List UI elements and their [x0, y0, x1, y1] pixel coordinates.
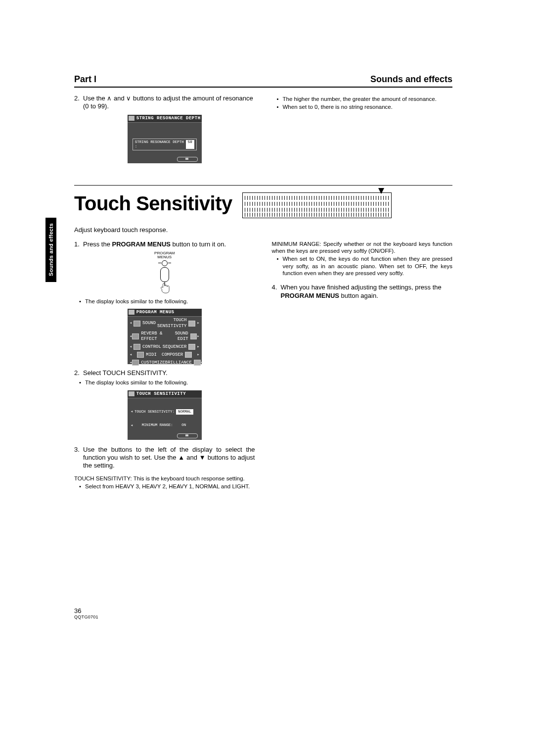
screen-title-icon [129, 391, 134, 396]
step-number: 2. [74, 369, 81, 377]
chevron-right-icon: ▸ [201, 360, 203, 366]
step-number: 3. [74, 446, 81, 470]
screen-title-text: STRING RESONANCE DEPTH [136, 116, 201, 121]
bold: PROGRAM MENUS [281, 292, 339, 299]
menu-left: CUSTOMIZE [132, 360, 165, 366]
note-text: When set to 0, there is no string resona… [283, 103, 393, 110]
resonance-columns: 2. Use the ∧ and ∨ buttons to adjust the… [74, 94, 452, 168]
bullet-dot: • [79, 298, 82, 305]
touch-columns: 1. Press the PROGRAM MENUS button to tur… [74, 240, 452, 491]
note-text: The display looks similar to the followi… [85, 379, 188, 386]
touch-row-2: ◂ MINIMUM RANGE: ON [131, 423, 199, 428]
chevron-right-icon: ▸ [197, 321, 199, 326]
bullet-dot: • [79, 379, 82, 386]
panel-row [245, 208, 389, 212]
menu-item-icon [188, 321, 195, 327]
t: button to turn it on. [171, 240, 226, 248]
program-menus-button-illustration: PROGRAM MENUS [145, 251, 184, 294]
step-text: Use the buttons to the left of the displ… [83, 446, 255, 470]
slider-icon [177, 433, 198, 438]
side-tab: Sounds and effects [45, 218, 56, 282]
menu-row: ◂ REVERB & EFFECT SOUND EDIT ▸ [128, 330, 202, 343]
bullet-dot: • [79, 483, 82, 490]
step-text: When you have finished adjusting the set… [281, 284, 453, 300]
chevron-left-icon: ◂ [130, 352, 132, 358]
menu-item-label: CONTROL [142, 344, 161, 350]
step-number: 4. [272, 284, 279, 300]
touch-left-col: 1. Press the PROGRAM MENUS button to tur… [74, 240, 255, 491]
resonance-left-col: 2. Use the ∧ and ∨ buttons to adjust the… [74, 94, 255, 168]
resonance-note-1: • The higher the number, the greater the… [277, 95, 453, 102]
menu-item-icon [132, 333, 139, 339]
chevron-left-icon: ◂ [130, 344, 132, 350]
menu-item-icon [132, 360, 139, 366]
menu-item-label: CUSTOMIZE [141, 360, 165, 366]
touch-step3: 3. Use the buttons to the left of the di… [74, 446, 255, 470]
panel-row [245, 202, 389, 206]
page-header: Part I Sounds and effects [74, 74, 452, 88]
screen-title-text: TOUCH SENSITIVITY [136, 391, 186, 396]
btn-label-bottom: MENUS [145, 255, 184, 259]
doc-code: QQTG0701 [74, 614, 98, 619]
touch-intro: Adjust keyboard touch response. [74, 226, 452, 234]
menu-item-icon [190, 333, 197, 339]
step-text: Select TOUCH SENSITIVITY. [83, 369, 168, 377]
menu-item-label: TOUCH SENSITIVITY [157, 318, 186, 329]
menu-left: CONTROL [134, 344, 161, 350]
menu-row: ◂ SOUND TOUCH SENSITIVITY ▸ [128, 317, 202, 330]
menu-item-label: MIDI [146, 352, 157, 358]
t: button again. [339, 292, 378, 299]
page: Part I Sounds and effects 2. Use the ∧ a… [74, 74, 452, 491]
display-note-2: • The display looks similar to the follo… [79, 379, 255, 386]
chevron-left-icon: ◂ [131, 409, 133, 415]
menu-row: ◂ CONTROL SEQUENCER ▸ [128, 343, 202, 351]
row-label: TOUCH SENSITIVITY: [134, 410, 175, 414]
t: Use the [83, 94, 107, 102]
instrument-panel-illustration [242, 192, 392, 218]
menu-item-icon [194, 360, 201, 366]
page-number: 36 [74, 607, 98, 614]
step-text: Press the PROGRAM MENUS button to turn i… [83, 240, 226, 248]
menu-right: SOUND EDIT [162, 331, 197, 342]
menu-right: BRILLIANCE [165, 360, 201, 366]
menu-item-icon [185, 352, 192, 358]
page-footer: 36 QQTG0701 [74, 607, 98, 619]
menu-row: ◂ MIDI COMPOSER ▸ [128, 351, 202, 359]
step-number: 2. [74, 94, 81, 111]
part-label: Part I [74, 74, 96, 85]
screen-title: STRING RESONANCE DEPTH [128, 115, 202, 123]
chevron-right-icon: ▸ [197, 344, 199, 350]
menu-item-icon [137, 352, 144, 358]
row-value: NORMAL [176, 409, 193, 415]
menu-item-icon [188, 344, 195, 350]
note-text: Select from HEAVY 3, HEAVY 2, HEAVY 1, N… [85, 483, 250, 490]
touch-sensitivity-screen: TOUCH SENSITIVITY ◂ TOUCH SENSITIVITY: N… [128, 390, 202, 440]
menu-item-label: COMPOSER [162, 352, 183, 358]
screen-title-icon [129, 310, 134, 315]
hand-icon [158, 279, 172, 294]
t: When you have finished adjusting the set… [281, 284, 442, 291]
menu-item-label: SOUND [142, 321, 156, 326]
t: and [112, 94, 126, 102]
step-text: Use the ∧ and ∨ buttons to adjust the am… [83, 94, 255, 111]
lamp-icon [162, 260, 168, 266]
menu-left: MIDI [137, 352, 157, 358]
chevron-right-icon: ▸ [197, 352, 199, 358]
resonance-note-2: • When set to 0, there is no string reso… [277, 103, 453, 110]
menu-item-label: SEQUENCER [163, 344, 187, 350]
menu-item-icon [134, 321, 140, 327]
display-note-1: • The display looks similar to the follo… [79, 298, 255, 305]
touch-sens-note: TOUCH SENSITIVITY: This is the keyboard … [74, 475, 255, 482]
menu-left: SOUND [134, 321, 156, 327]
row-label: MINIMUM RANGE: [142, 423, 173, 428]
chevron-left-icon: ◂ [131, 423, 133, 428]
resonance-step2: 2. Use the ∧ and ∨ buttons to adjust the… [74, 94, 255, 111]
resonance-right-col: • The higher the number, the greater the… [272, 94, 453, 168]
section-label: Sounds and effects [370, 74, 452, 85]
touch-section-header: Touch Sensitivity [74, 192, 452, 218]
step-number: 1. [74, 240, 81, 248]
field-value: 50 [186, 140, 194, 149]
panel-row [245, 196, 389, 200]
min-range-sub-note: • When set to ON, the keys do not functi… [277, 255, 453, 277]
menu-item-label: SOUND EDIT [162, 331, 188, 342]
